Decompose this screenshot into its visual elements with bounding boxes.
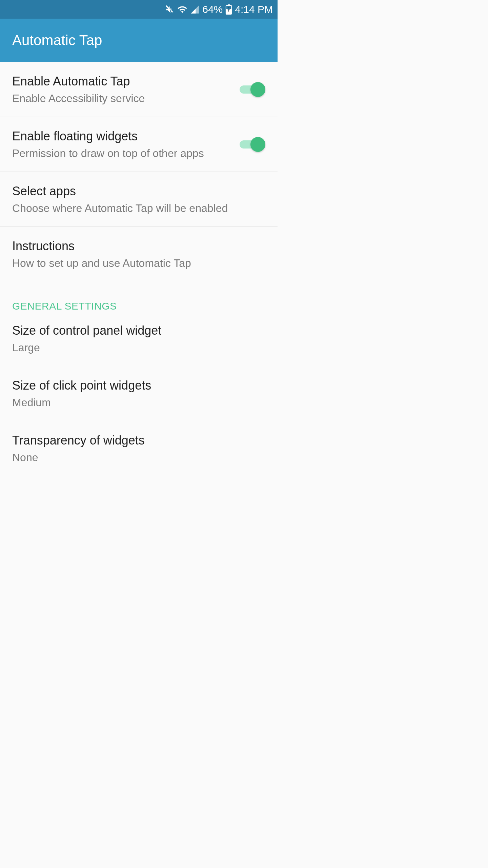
row-title: Enable Automatic Tap — [12, 74, 240, 89]
section-header-general: GENERAL SETTINGS — [0, 281, 278, 315]
row-subtitle: Permission to draw on top of other apps — [12, 146, 240, 160]
row-subtitle: Enable Accessibility service — [12, 92, 240, 105]
row-value: None — [12, 451, 265, 464]
row-title: Select apps — [12, 183, 265, 199]
row-title: Size of click point widgets — [12, 378, 265, 393]
row-control-panel-size[interactable]: Size of control panel widget Large — [0, 315, 278, 366]
row-enable-floating-widgets[interactable]: Enable floating widgets Permission to dr… — [0, 117, 278, 172]
wifi-icon — [177, 4, 187, 15]
row-transparency[interactable]: Transparency of widgets None — [0, 421, 278, 476]
row-select-apps[interactable]: Select apps Choose where Automatic Tap w… — [0, 172, 278, 227]
signal-icon — [190, 5, 200, 14]
settings-list: Enable Automatic Tap Enable Accessibilit… — [0, 62, 278, 476]
battery-percentage: 64% — [202, 4, 223, 15]
row-title: Instructions — [12, 238, 265, 254]
row-value: Large — [12, 341, 265, 354]
app-bar: Automatic Tap — [0, 19, 278, 62]
row-value: Medium — [12, 396, 265, 409]
row-title: Transparency of widgets — [12, 433, 265, 448]
row-instructions[interactable]: Instructions How to set up and use Autom… — [0, 227, 278, 281]
row-title: Enable floating widgets — [12, 129, 240, 144]
toggle-enable-floating-widgets[interactable] — [240, 137, 265, 152]
status-icons: 64% 4:14 PM — [165, 4, 273, 15]
status-bar: 64% 4:14 PM — [0, 0, 278, 19]
clock-time: 4:14 PM — [235, 4, 273, 15]
row-subtitle: How to set up and use Automatic Tap — [12, 256, 265, 270]
row-click-point-size[interactable]: Size of click point widgets Medium — [0, 366, 278, 421]
battery-charging-icon — [225, 4, 232, 15]
row-subtitle: Choose where Automatic Tap will be enabl… — [12, 201, 265, 215]
row-enable-automatic-tap[interactable]: Enable Automatic Tap Enable Accessibilit… — [0, 62, 278, 117]
toggle-enable-automatic-tap[interactable] — [240, 82, 265, 97]
app-title: Automatic Tap — [12, 32, 102, 48]
mute-icon — [165, 5, 175, 14]
row-title: Size of control panel widget — [12, 323, 265, 338]
